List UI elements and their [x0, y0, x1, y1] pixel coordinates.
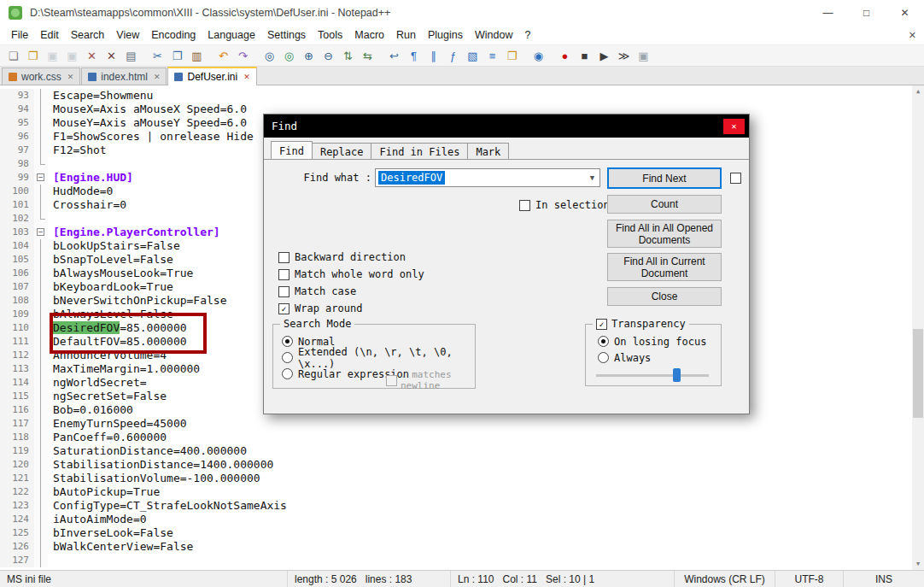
- option-match-whole-word-only[interactable]: Match whole word only: [278, 266, 424, 283]
- menu-item-language[interactable]: Language: [202, 27, 261, 43]
- find-icon[interactable]: ◎: [260, 47, 278, 64]
- save-macro-icon[interactable]: ▣: [635, 47, 652, 64]
- stop-macro-icon[interactable]: ■: [576, 47, 594, 64]
- tab-close-icon[interactable]: ✕: [67, 73, 74, 81]
- menu-item-search[interactable]: Search: [65, 27, 111, 43]
- function-list-icon[interactable]: ƒ: [444, 47, 462, 64]
- editor-line[interactable]: 123ConfigType=CT_StrafeLookNotSameAxis: [0, 499, 912, 513]
- play-macro-icon[interactable]: ▶: [595, 47, 613, 64]
- window-minimize-button[interactable]: —: [809, 0, 847, 26]
- close-document-icon[interactable]: ✕: [909, 30, 916, 41]
- status-insert-mode[interactable]: INS: [844, 571, 924, 587]
- radio-normal[interactable]: [282, 336, 293, 347]
- replace-icon[interactable]: ◎: [280, 47, 298, 64]
- slider-thumb[interactable]: [673, 368, 681, 382]
- menu-item-plugins[interactable]: Plugins: [422, 27, 469, 43]
- editor-line[interactable]: 120StabilisationDistance=1400.000000: [0, 458, 912, 472]
- find-dialog-tab-mark[interactable]: Mark: [467, 143, 509, 160]
- undo-icon[interactable]: ↶: [214, 47, 232, 64]
- find-dialog-tab-replace[interactable]: Replace: [312, 143, 372, 160]
- find-dialog-titlebar[interactable]: Find ✕: [264, 114, 749, 138]
- redo-icon[interactable]: ↷: [234, 47, 252, 64]
- menu-item-view[interactable]: View: [110, 27, 145, 43]
- new-file-icon[interactable]: ❏: [4, 47, 22, 64]
- folder-as-workspace-icon[interactable]: ❐: [503, 47, 521, 64]
- status-eol-format[interactable]: Windows (CR LF): [675, 571, 775, 587]
- scroll-down-icon[interactable]: ▼: [912, 558, 924, 570]
- find-dialog-tab-find-in-files[interactable]: Find in Files: [371, 143, 468, 160]
- fold-collapse-icon[interactable]: −: [37, 228, 44, 236]
- cut-icon[interactable]: ✂: [149, 47, 167, 64]
- copy-icon[interactable]: ❐: [168, 47, 186, 64]
- run-macro-multiple-icon[interactable]: ≫: [615, 47, 633, 64]
- in-selection-checkbox[interactable]: [519, 200, 530, 211]
- checkbox-backward-direction[interactable]: [278, 252, 289, 263]
- sync-horizontal-scroll-icon[interactable]: ⇆: [359, 47, 377, 64]
- transparency-option[interactable]: ✓ Transparency: [593, 318, 689, 330]
- two-button-mode-checkbox[interactable]: [730, 173, 741, 184]
- search-mode-extended-n-r-t-0-x[interactable]: Extended (\n, \r, \t, \0, \x...): [282, 349, 475, 366]
- window-maximize-button[interactable]: □: [847, 0, 886, 26]
- editor-line[interactable]: 125bInverseLook=False: [0, 526, 912, 540]
- print-icon[interactable]: ▤: [122, 47, 140, 64]
- fold-collapse-icon[interactable]: −: [37, 173, 44, 181]
- tab-close-icon[interactable]: ✕: [243, 73, 250, 81]
- find-all-current-button[interactable]: Find All in Current Document: [607, 253, 722, 281]
- menu-item-run[interactable]: Run: [390, 27, 422, 43]
- find-all-opened-button[interactable]: Find All in All Opened Documents: [607, 220, 722, 248]
- count-button[interactable]: Count: [607, 195, 722, 214]
- menu-item-edit[interactable]: Edit: [34, 27, 65, 43]
- find-what-combobox[interactable]: DesiredFOV ▼: [375, 168, 600, 187]
- monitoring-icon[interactable]: ◉: [529, 47, 547, 64]
- editor-line[interactable]: 93Escape=Showmenu: [0, 89, 912, 103]
- tab-index-html[interactable]: index.html✕: [81, 68, 167, 85]
- transparency-slider[interactable]: [596, 368, 709, 382]
- editor-line[interactable]: 124iAutoAimMode=0: [0, 513, 912, 526]
- tab-work-css[interactable]: work.css✕: [2, 68, 80, 85]
- open-folder-icon[interactable]: ❐: [24, 47, 42, 64]
- radio-regular-expression[interactable]: [282, 368, 293, 379]
- close-button[interactable]: Close: [607, 287, 722, 306]
- document-list-icon[interactable]: ≡: [483, 47, 501, 64]
- find-dialog-tab-find[interactable]: Find: [271, 141, 313, 160]
- close-all-icon[interactable]: ✕: [102, 47, 120, 64]
- window-close-button[interactable]: ✕: [886, 0, 924, 26]
- indent-guide-icon[interactable]: ∥: [424, 47, 442, 64]
- option-backward-direction[interactable]: Backward direction: [278, 249, 424, 266]
- scroll-up-icon[interactable]: ▲: [912, 85, 924, 97]
- menu-item-help[interactable]: ?: [518, 27, 536, 43]
- word-wrap-icon[interactable]: ↩: [385, 47, 403, 64]
- editor-line[interactable]: 126bWalkCenterView=False: [0, 540, 912, 554]
- checkbox-wrap-around[interactable]: ✓: [278, 303, 289, 314]
- zoom-out-icon[interactable]: ⊖: [319, 47, 337, 64]
- status-encoding[interactable]: UTF-8: [775, 571, 844, 587]
- radio-extended-n-r-t-0-x[interactable]: [282, 352, 293, 363]
- menu-item-settings[interactable]: Settings: [261, 27, 312, 43]
- tab-close-icon[interactable]: ✕: [154, 73, 161, 81]
- transparency-checkbox[interactable]: ✓: [596, 319, 607, 330]
- paste-icon[interactable]: ▥: [188, 47, 206, 64]
- close-file-icon[interactable]: ✕: [83, 47, 101, 64]
- option-match-case[interactable]: Match case: [278, 283, 424, 300]
- editor-line[interactable]: 121StabilisationVolume=-100.000000: [0, 472, 912, 485]
- editor-line[interactable]: 119SaturationDistance=400.000000: [0, 444, 912, 458]
- tab-defuser-ini[interactable]: DefUser.ini✕: [167, 67, 256, 85]
- option-wrap-around[interactable]: ✓Wrap around: [278, 300, 424, 317]
- radio-always[interactable]: [598, 352, 609, 363]
- editor-line[interactable]: 127: [0, 554, 912, 567]
- combobox-dropdown-icon[interactable]: ▼: [585, 173, 599, 182]
- menu-item-file[interactable]: File: [5, 27, 34, 43]
- editor-line[interactable]: 117EnemyTurnSpeed=45000: [0, 417, 912, 431]
- menu-item-tools[interactable]: Tools: [312, 27, 348, 43]
- menu-item-macro[interactable]: Macro: [348, 27, 390, 43]
- editor[interactable]: 93Escape=Showmenu94MouseX=Axis aMouseX S…: [0, 85, 924, 570]
- document-map-icon[interactable]: ▧: [464, 47, 482, 64]
- radio-on-losing-focus[interactable]: [598, 336, 609, 347]
- dialog-close-button[interactable]: ✕: [723, 119, 745, 134]
- transparency-on-losing-focus[interactable]: On losing focus: [598, 333, 706, 349]
- menu-item-window[interactable]: Window: [469, 27, 518, 43]
- checkbox-match-case[interactable]: [278, 286, 289, 297]
- vertical-scrollbar[interactable]: ▲ ▼: [912, 85, 924, 570]
- transparency-always[interactable]: Always: [598, 349, 706, 366]
- editor-line[interactable]: 122bAutoPickup=True: [0, 485, 912, 499]
